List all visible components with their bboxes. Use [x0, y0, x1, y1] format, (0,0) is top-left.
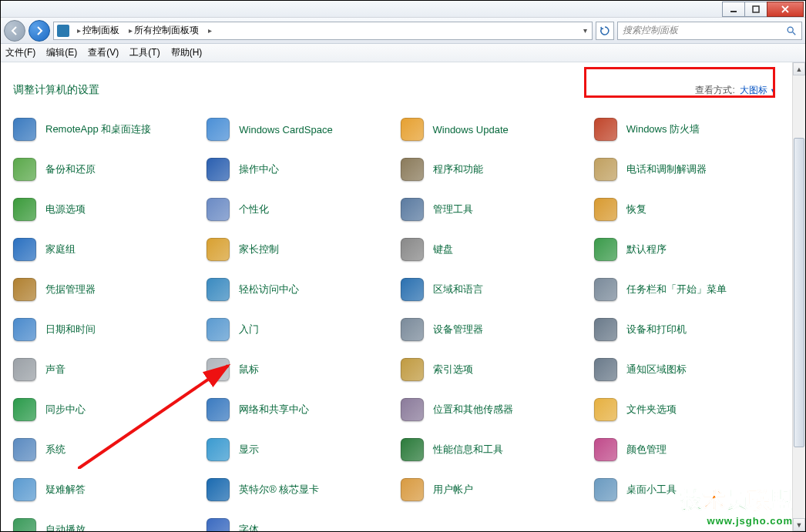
cpl-item-location-sensors[interactable]: 位置和其他传感器 — [399, 396, 589, 423]
menu-edit[interactable]: 编辑(E) — [46, 46, 77, 59]
cpl-item-phone-modem[interactable]: 电话和调制解调器 — [593, 156, 783, 182]
device-manager-icon — [399, 316, 425, 343]
menu-file[interactable]: 文件(F) — [5, 46, 35, 59]
cpl-item-taskbar[interactable]: 任务栏和「开始」菜单 — [593, 276, 783, 303]
network-sharing-icon — [205, 396, 231, 423]
cpl-item-label: 日期和时间 — [45, 323, 96, 336]
menu-view[interactable]: 查看(V) — [88, 46, 119, 59]
view-by-label: 查看方式: — [695, 84, 734, 97]
cpl-item-color-mgmt[interactable]: 颜色管理 — [593, 437, 783, 463]
cpl-item-label: 区域和语言 — [433, 283, 483, 296]
cpl-item-keyboard[interactable]: 键盘 — [399, 236, 589, 263]
cpl-item-homegroup[interactable]: 家庭组 — [12, 236, 202, 263]
minimize-button[interactable] — [722, 2, 745, 17]
cpl-item-datetime[interactable]: 日期和时间 — [12, 316, 202, 343]
cpl-item-label: 家庭组 — [45, 243, 76, 256]
cpl-item-label: 电话和调制解调器 — [626, 162, 707, 176]
cpl-item-recovery[interactable]: 恢复 — [593, 196, 783, 223]
cpl-item-remoteapp[interactable]: RemoteApp 和桌面连接 — [12, 116, 202, 142]
content-area: 调整计算机的设置 查看方式: 大图标 ▼ RemoteApp 和桌面连接Wind… — [1, 62, 805, 531]
cpl-item-update[interactable]: Windows Update — [399, 116, 589, 142]
vertical-scrollbar[interactable]: ▲ ▼ — [792, 62, 805, 531]
cpl-item-parental[interactable]: 家长控制 — [205, 236, 395, 263]
cpl-item-cardspace[interactable]: Windows CardSpace — [205, 116, 395, 142]
homegroup-icon — [12, 236, 38, 263]
scroll-up-button[interactable]: ▲ — [793, 62, 805, 75]
search-input[interactable]: 搜索控制面板 — [617, 22, 802, 40]
menu-tools[interactable]: 工具(T) — [129, 46, 160, 59]
cpl-item-firewall[interactable]: Windows 防火墙 — [593, 116, 783, 142]
cpl-item-label: 同步中心 — [45, 403, 86, 417]
sync-icon — [12, 396, 38, 423]
view-by: 查看方式: 大图标 ▼ — [695, 84, 777, 97]
cpl-item-label: 凭据管理器 — [45, 283, 96, 296]
view-by-value[interactable]: 大图标 ▼ — [740, 84, 777, 97]
address-bar[interactable]: ▸控制面板 ▸所有控制面板项 ▸ ▾ — [53, 22, 593, 40]
system-icon — [12, 437, 38, 463]
breadcrumb-segment[interactable]: ▸控制面板 — [72, 22, 124, 39]
cardspace-icon — [205, 116, 231, 142]
cpl-item-label: 文件夹选项 — [626, 403, 677, 417]
cpl-item-default-programs[interactable]: 默认程序 — [593, 236, 783, 263]
cpl-item-sound[interactable]: 声音 — [12, 356, 202, 383]
cpl-item-credential[interactable]: 凭据管理器 — [12, 276, 202, 303]
control-panel-window: ▸控制面板 ▸所有控制面板项 ▸ ▾ 搜索控制面板 文件(F) 编辑(E) 查看… — [0, 0, 806, 532]
cpl-item-action-center[interactable]: 操作中心 — [205, 156, 395, 182]
scroll-track[interactable] — [793, 75, 805, 518]
cpl-item-label: 性能信息和工具 — [433, 443, 503, 457]
address-dropdown[interactable]: ▾ — [579, 22, 592, 39]
intel-gfx-icon — [205, 477, 231, 503]
cpl-item-admin-tools[interactable]: 管理工具 — [399, 196, 589, 223]
cpl-item-troubleshoot[interactable]: 疑难解答 — [12, 477, 202, 503]
cpl-item-ease-access[interactable]: 轻松访问中心 — [205, 276, 395, 303]
search-icon — [786, 25, 797, 36]
cpl-item-getting-started[interactable]: 入门 — [205, 316, 395, 343]
cpl-item-network-sharing[interactable]: 网络和共享中心 — [205, 396, 395, 423]
cpl-item-backup[interactable]: 备份和还原 — [12, 156, 202, 182]
cpl-item-label: RemoteApp 和桌面连接 — [45, 122, 151, 136]
cpl-item-user-accounts[interactable]: 用户帐户 — [399, 477, 589, 503]
cpl-item-label: 入门 — [239, 323, 259, 336]
cpl-item-power[interactable]: 电源选项 — [12, 196, 202, 223]
cpl-item-intel-gfx[interactable]: 英特尔® 核芯显卡 — [205, 477, 395, 503]
cpl-item-label: 鼠标 — [239, 363, 259, 376]
folder-options-icon — [593, 396, 619, 423]
back-button[interactable] — [4, 20, 25, 42]
cpl-item-label: 声音 — [45, 363, 65, 376]
cpl-item-autoplay[interactable]: 自动播放 — [12, 517, 202, 531]
cpl-item-device-manager[interactable]: 设备管理器 — [399, 316, 589, 343]
cpl-item-fonts[interactable]: 字体 — [205, 517, 395, 531]
breadcrumb-chevron[interactable]: ▸ — [203, 22, 217, 39]
scroll-thumb[interactable] — [794, 138, 804, 448]
cpl-item-programs[interactable]: 程序和功能 — [399, 156, 589, 182]
cpl-item-system[interactable]: 系统 — [12, 437, 202, 463]
scroll-down-button[interactable]: ▼ — [793, 518, 805, 531]
maximize-button[interactable] — [744, 2, 767, 17]
cpl-item-personalize[interactable]: 个性化 — [205, 196, 395, 223]
action-center-icon — [205, 156, 231, 182]
forward-button[interactable] — [29, 20, 50, 42]
cpl-item-label: 系统 — [45, 443, 65, 457]
cpl-item-label: 管理工具 — [433, 202, 473, 216]
close-button[interactable] — [767, 2, 804, 17]
refresh-button[interactable] — [596, 22, 614, 40]
titlebar — [1, 1, 805, 18]
cpl-item-indexing[interactable]: 索引选项 — [399, 356, 589, 383]
cpl-item-label: 轻松访问中心 — [239, 283, 299, 296]
cpl-item-sync[interactable]: 同步中心 — [12, 396, 202, 423]
cpl-item-folder-options[interactable]: 文件夹选项 — [593, 396, 783, 423]
cpl-item-display[interactable]: 显示 — [205, 437, 395, 463]
update-icon — [399, 116, 425, 142]
cpl-item-gadgets[interactable]: 桌面小工具 — [593, 477, 783, 503]
cpl-item-region[interactable]: 区域和语言 — [399, 276, 589, 303]
cpl-item-devices-printers[interactable]: 设备和打印机 — [593, 316, 783, 343]
ease-access-icon — [205, 276, 231, 303]
svg-line-3 — [793, 32, 796, 35]
menu-help[interactable]: 帮助(H) — [171, 46, 203, 59]
breadcrumb-segment[interactable]: ▸所有控制面板项 — [124, 22, 203, 39]
cpl-item-performance[interactable]: 性能信息和工具 — [399, 437, 589, 463]
cpl-item-mouse[interactable]: 鼠标 — [205, 356, 395, 383]
cpl-item-label: 索引选项 — [433, 363, 473, 376]
cpl-item-label: 字体 — [239, 523, 259, 531]
cpl-item-notification-icons[interactable]: 通知区域图标 — [593, 356, 783, 383]
